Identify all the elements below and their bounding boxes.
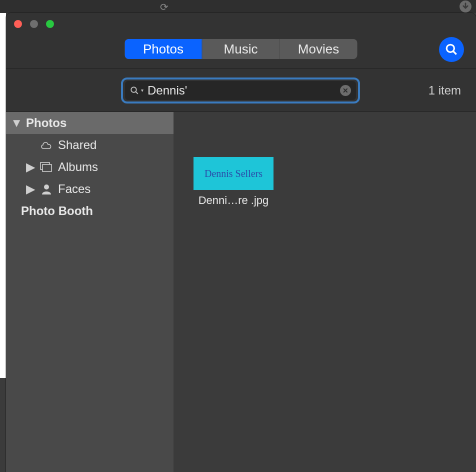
sidebar: ▼ Photos ▶ Shared ▶ Albums ▶: [6, 112, 174, 472]
sidebar-item-label: Shared: [58, 138, 96, 152]
result-item[interactable]: Dennis Sellers Denni…re .jpg: [194, 157, 274, 207]
svg-line-4: [136, 92, 138, 94]
albums-icon: [40, 162, 53, 172]
svg-point-1: [446, 44, 454, 52]
svg-line-2: [453, 51, 456, 54]
sidebar-item-label: Photo Booth: [21, 204, 93, 218]
results-grid: Dennis Sellers Denni…re .jpg: [174, 112, 476, 472]
search-field-focus-ring: ▾ ✕: [121, 78, 360, 104]
background-document: [0, 13, 6, 378]
close-window-button[interactable]: [14, 20, 22, 28]
search-bar-row: ▾ ✕ 1 item: [6, 69, 476, 112]
background-toolbar: ⟳: [0, 0, 476, 13]
sidebar-item-photobooth[interactable]: Photo Booth: [6, 200, 174, 222]
sidebar-item-label: Faces: [58, 182, 90, 196]
tab-movies[interactable]: Movies: [280, 39, 358, 59]
svg-point-3: [131, 87, 136, 92]
svg-point-7: [44, 184, 49, 190]
result-count: 1 item: [428, 84, 461, 98]
media-type-tabs: Photos Music Movies: [125, 39, 358, 59]
zoom-window-button[interactable]: [46, 20, 54, 28]
thumbnail-filename: Denni…re .jpg: [198, 194, 269, 207]
sidebar-item-albums[interactable]: ▶ Albums: [6, 156, 174, 178]
disclosure-triangle-icon[interactable]: ▼: [12, 116, 21, 130]
window-controls: [14, 20, 54, 28]
search-input[interactable]: [148, 84, 336, 98]
disclosure-triangle-icon[interactable]: ▶: [26, 160, 35, 174]
sidebar-item-label: Photos: [26, 116, 66, 130]
tab-music[interactable]: Music: [202, 39, 280, 59]
body: ▼ Photos ▶ Shared ▶ Albums ▶: [6, 112, 476, 472]
search-field[interactable]: ▾ ✕: [125, 81, 356, 100]
sidebar-item-shared[interactable]: ▶ Shared: [6, 134, 174, 156]
sidebar-item-label: Albums: [58, 160, 98, 174]
titlebar: Photos Music Movies: [6, 13, 476, 69]
sidebar-item-faces[interactable]: ▶ Faces: [6, 178, 174, 200]
tab-photos[interactable]: Photos: [125, 39, 202, 59]
media-browser-window: Photos Music Movies ▾ ✕ 1 item ▼ Photos: [6, 13, 476, 472]
disclosure-triangle-icon[interactable]: ▶: [26, 182, 35, 196]
person-icon: [40, 184, 53, 194]
chevron-down-icon[interactable]: ▾: [141, 88, 144, 93]
search-scope-icon[interactable]: [130, 86, 139, 95]
refresh-icon: ⟳: [160, 1, 168, 13]
thumbnail-signature-text: Dennis Sellers: [204, 168, 262, 180]
search-button[interactable]: [439, 37, 464, 62]
cloud-icon: [40, 140, 53, 150]
search-icon: [445, 43, 458, 56]
svg-rect-6: [42, 164, 52, 172]
clear-search-button[interactable]: ✕: [340, 85, 351, 96]
thumbnail-image: Dennis Sellers: [194, 157, 274, 190]
sidebar-item-photos[interactable]: ▼ Photos: [6, 112, 174, 134]
minimize-window-button[interactable]: [30, 20, 38, 28]
